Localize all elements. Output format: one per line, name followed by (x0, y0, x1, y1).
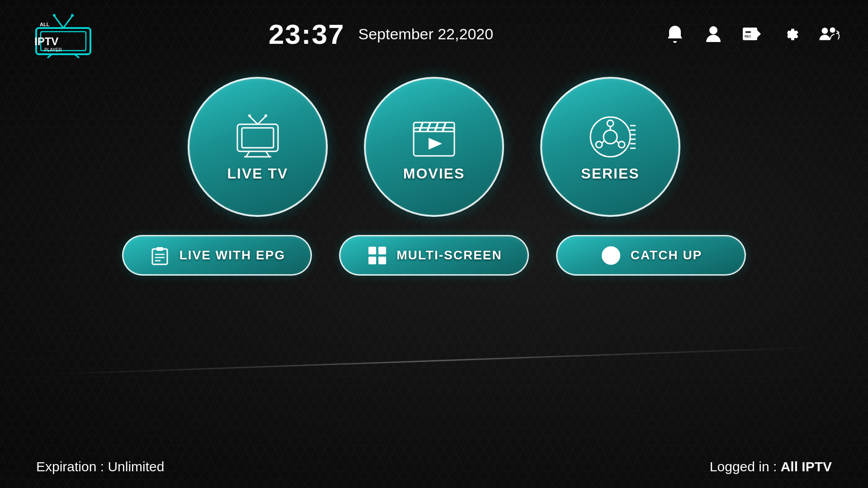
svg-point-16 (821, 28, 828, 34)
series-label: SERIES (581, 165, 639, 182)
svg-line-5 (63, 16, 72, 28)
svg-text:IPTV: IPTV (34, 35, 58, 47)
svg-text:ALL: ALL (40, 22, 50, 27)
user-icon[interactable] (701, 22, 726, 47)
svg-rect-56 (378, 257, 386, 264)
multi-screen-label: MULTI-SCREEN (396, 248, 502, 263)
svg-marker-13 (757, 30, 761, 38)
catchup-icon (600, 244, 623, 267)
live-tv-button[interactable]: LIVE TV (188, 77, 328, 217)
app-logo: ALL IPTV PLAYER (27, 9, 99, 59)
movies-label: MOVIES (403, 165, 465, 182)
svg-text:PLAYER: PLAYER (44, 47, 62, 52)
svg-rect-48 (152, 249, 167, 264)
bell-icon[interactable] (662, 22, 687, 47)
svg-rect-53 (368, 247, 376, 254)
svg-rect-12 (743, 28, 757, 40)
svg-line-41 (616, 141, 619, 143)
catch-up-button[interactable]: CATCH UP (556, 235, 746, 276)
svg-point-35 (604, 130, 617, 144)
live-tv-label: LIVE TV (227, 165, 288, 182)
rec-icon[interactable]: REC (739, 22, 764, 47)
svg-rect-49 (156, 247, 163, 251)
multiscreen-icon (366, 244, 388, 267)
pill-row: LIVE WITH EPG MULTI-SCREEN (122, 235, 746, 276)
svg-point-25 (248, 114, 251, 117)
series-button[interactable]: SERIES (540, 77, 680, 217)
multi-screen-button[interactable]: MULTI-SCREEN (339, 235, 529, 276)
multiuser-icon[interactable] (816, 22, 841, 47)
svg-line-30 (427, 122, 430, 131)
settings-icon[interactable] (778, 22, 802, 47)
svg-line-23 (250, 116, 258, 124)
live-epg-button[interactable]: LIVE WITH EPG (122, 235, 312, 276)
svg-line-24 (258, 116, 266, 124)
svg-line-21 (266, 151, 269, 157)
main-content: LIVE TV (0, 59, 868, 276)
logged-in-user: All IPTV (781, 459, 832, 474)
header: ALL IPTV PLAYER 23:37 September 22,2020 (0, 0, 868, 59)
expiration-label: Expiration : Unlimited (36, 459, 164, 474)
svg-point-11 (709, 26, 717, 34)
header-icons: REC (662, 22, 841, 47)
logged-in-prefix: Logged in : (710, 459, 781, 474)
footer: Expiration : Unlimited Logged in : All I… (0, 459, 868, 474)
svg-point-34 (590, 117, 630, 157)
svg-line-31 (435, 122, 438, 131)
svg-point-26 (264, 114, 267, 117)
logo-area: ALL IPTV PLAYER (27, 9, 99, 59)
svg-text:REC: REC (745, 35, 751, 38)
svg-point-6 (53, 14, 56, 17)
logged-in-label: Logged in : All IPTV (710, 459, 832, 474)
svg-point-37 (596, 141, 602, 148)
time-display: 23:37 (269, 18, 345, 50)
date-display: September 22,2020 (358, 25, 493, 43)
svg-line-20 (246, 151, 250, 157)
tv-icon (228, 112, 287, 162)
svg-point-17 (830, 27, 835, 33)
svg-point-7 (71, 14, 74, 17)
svg-line-32 (443, 122, 446, 131)
live-epg-label: LIVE WITH EPG (179, 248, 285, 263)
clapper-icon (405, 112, 463, 162)
svg-line-40 (602, 141, 604, 143)
svg-point-36 (607, 120, 613, 127)
svg-line-4 (54, 16, 63, 28)
reel-icon (581, 112, 640, 162)
svg-rect-54 (378, 247, 386, 254)
movies-button[interactable]: MOVIES (364, 77, 504, 217)
svg-rect-55 (368, 257, 376, 264)
header-center: 23:37 September 22,2020 (99, 18, 662, 50)
circle-row: LIVE TV (188, 77, 680, 217)
catch-up-label: CATCH UP (631, 248, 703, 263)
svg-rect-14 (745, 31, 751, 33)
svg-line-29 (420, 122, 423, 131)
svg-point-38 (618, 141, 625, 148)
epg-icon (149, 244, 171, 267)
svg-rect-19 (242, 128, 274, 148)
svg-marker-33 (429, 138, 442, 150)
